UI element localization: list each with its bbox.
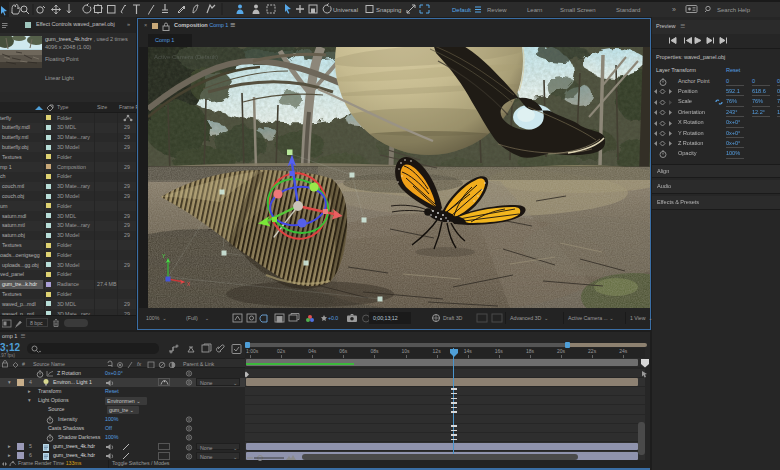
- svg-text:Standard: Standard: [616, 7, 640, 13]
- svg-text:Default: Default: [452, 7, 471, 13]
- svg-text:Review: Review: [487, 7, 507, 13]
- svg-text:Learn: Learn: [527, 7, 542, 13]
- svg-text:Search Help: Search Help: [717, 7, 751, 13]
- svg-text:Snapping: Snapping: [376, 7, 401, 13]
- svg-text:»: »: [672, 6, 676, 13]
- svg-text:Y: Y: [162, 253, 166, 259]
- svg-text:Universal: Universal: [333, 7, 358, 13]
- svg-text:Small Screen: Small Screen: [560, 7, 596, 13]
- svg-text:X: X: [187, 281, 191, 287]
